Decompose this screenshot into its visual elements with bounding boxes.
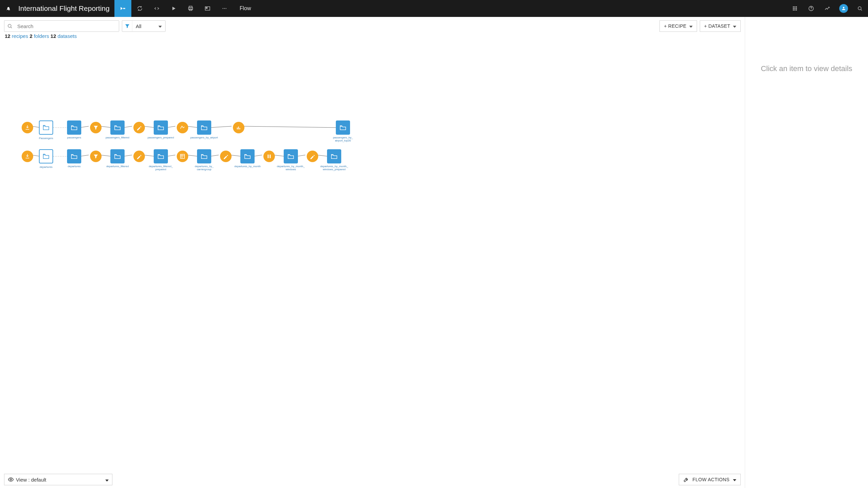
add-dataset-label: + DATASET <box>704 23 730 29</box>
details-empty-hint: Click an item to view details <box>761 64 852 73</box>
nav-dashboard-icon[interactable] <box>199 0 216 17</box>
flow-node-label: passengers_by_ airport_top20 <box>323 136 363 142</box>
topbar-right <box>787 0 868 17</box>
flow-recipe-pivot[interactable] <box>177 122 188 133</box>
eye-icon <box>8 476 14 483</box>
flow-dataset-node[interactable]: departures_by_ carriergroup <box>197 149 211 163</box>
flow-recipe-prepare[interactable] <box>307 151 318 162</box>
nav-print-icon[interactable] <box>182 0 199 17</box>
nav-flow-icon[interactable] <box>114 0 131 17</box>
svg-rect-8 <box>793 6 794 7</box>
svg-point-6 <box>224 8 224 9</box>
flow-recipe-prepare[interactable] <box>220 151 232 162</box>
svg-rect-9 <box>795 6 796 7</box>
flow-actions-label: FLOW ACTIONS <box>693 477 730 482</box>
flow-node-label: departures_by_month <box>227 165 268 168</box>
flow-recipe-window[interactable] <box>263 151 275 162</box>
svg-rect-50 <box>270 155 271 158</box>
flow-node-label: passengers_filtered <box>97 136 138 139</box>
flow-recipe-group[interactable] <box>177 151 188 162</box>
flow-dataset-node[interactable]: departures_by_month <box>240 149 255 163</box>
flow-recipe-download[interactable] <box>22 151 33 162</box>
activity-icon[interactable] <box>819 0 836 17</box>
caret-down-icon <box>689 23 693 29</box>
details-panel: Click an item to view details <box>745 17 868 488</box>
nav-more-icon[interactable] <box>216 0 233 17</box>
svg-rect-47 <box>239 128 240 130</box>
topbar: International Flight Reporting Flow <box>0 0 868 17</box>
search-icon[interactable] <box>852 0 868 17</box>
add-recipe-label: + RECIPE <box>664 23 687 29</box>
flow-recipe-topn[interactable] <box>233 122 244 133</box>
flow-folder-node[interactable]: Passengers <box>39 120 53 135</box>
flow-node-label: departures_by_month_ windows <box>270 165 311 171</box>
svg-line-30 <box>243 126 337 128</box>
flow-dataset-node[interactable]: departures_by_month_ windows_prepared <box>327 149 341 163</box>
flow-folder-node[interactable]: departures <box>39 149 53 163</box>
svg-rect-12 <box>795 8 796 9</box>
flow-recipe-filter[interactable] <box>90 151 102 162</box>
flow-node-label: passengers_by_airport <box>184 136 224 139</box>
flow-node-label: departures_filtered <box>97 165 138 168</box>
flow-canvas[interactable]: Passengerspassengerspassengers_filteredp… <box>0 41 745 488</box>
flow-dataset-node[interactable]: passengers_by_ airport_top20 <box>336 120 350 135</box>
flow-dataset-node[interactable]: departures_filtered <box>110 149 125 163</box>
project-title[interactable]: International Flight Reporting <box>17 4 114 13</box>
add-dataset-button[interactable]: + DATASET <box>700 20 741 32</box>
toolbar: All + RECIPE + DATASET <box>0 17 745 33</box>
search-input-wrap <box>4 20 119 32</box>
canvas-pane: All + RECIPE + DATASET 12 recipes 2 fold… <box>0 17 745 488</box>
app-logo[interactable] <box>0 0 17 17</box>
svg-rect-16 <box>796 9 797 10</box>
svg-line-44 <box>317 155 328 156</box>
svg-rect-48 <box>180 154 185 158</box>
view-name: default <box>31 477 46 483</box>
svg-line-29 <box>210 126 232 128</box>
add-recipe-button[interactable]: + RECIPE <box>659 20 697 32</box>
flow-dataset-node[interactable]: departures <box>67 149 81 163</box>
caret-down-icon <box>733 477 736 482</box>
flow-recipe-prepare[interactable] <box>133 122 145 133</box>
svg-point-18 <box>811 9 811 10</box>
wrench-icon <box>683 476 689 483</box>
flow-dataset-node[interactable]: passengers_by_airport <box>197 120 211 135</box>
apps-grid-icon[interactable] <box>787 0 803 17</box>
svg-line-26 <box>144 126 155 128</box>
flow-actions-button[interactable]: FLOW ACTIONS <box>679 474 741 485</box>
flow-node-label: departures_by_month_ windows_prepared <box>314 165 354 171</box>
svg-line-42 <box>274 155 285 156</box>
view-selector[interactable]: View : default <box>4 474 112 485</box>
recipes-count: 12 <box>5 33 10 39</box>
filter-dropdown[interactable]: All <box>122 20 166 32</box>
svg-point-7 <box>225 8 226 9</box>
nav-run-icon[interactable] <box>165 0 182 17</box>
svg-point-51 <box>10 479 12 481</box>
flow-dataset-node[interactable]: passengers <box>67 120 81 135</box>
flow-dataset-node[interactable]: passengers_filtered <box>110 120 125 135</box>
help-icon[interactable] <box>803 0 819 17</box>
flow-dataset-node[interactable]: departures_by_month_ windows <box>284 149 298 163</box>
svg-rect-13 <box>796 8 797 9</box>
user-avatar[interactable] <box>836 0 852 17</box>
search-input[interactable] <box>15 21 119 31</box>
flow-recipe-prepare[interactable] <box>133 151 145 162</box>
recipes-link[interactable]: recipes <box>12 33 28 39</box>
flow-dataset-node[interactable]: departures_filtered_ prepared <box>154 149 168 163</box>
flow-recipe-filter[interactable] <box>90 122 102 133</box>
svg-rect-11 <box>793 8 794 9</box>
svg-rect-10 <box>796 6 797 7</box>
flow-dataset-node[interactable]: passengers_prepared <box>154 120 168 135</box>
svg-line-24 <box>100 126 112 128</box>
svg-line-38 <box>187 155 198 156</box>
svg-line-34 <box>100 155 112 156</box>
svg-rect-15 <box>795 9 796 10</box>
flow-recipe-download[interactable] <box>22 122 33 133</box>
folders-link[interactable]: folders <box>34 33 49 39</box>
nav-section-label: Flow <box>233 5 258 12</box>
datasets-count: 12 <box>50 33 56 39</box>
nav-cycle-icon[interactable] <box>131 0 148 17</box>
svg-line-28 <box>187 126 198 128</box>
datasets-link[interactable]: datasets <box>58 33 77 39</box>
nav-code-icon[interactable] <box>148 0 165 17</box>
filter-icon <box>122 21 132 31</box>
